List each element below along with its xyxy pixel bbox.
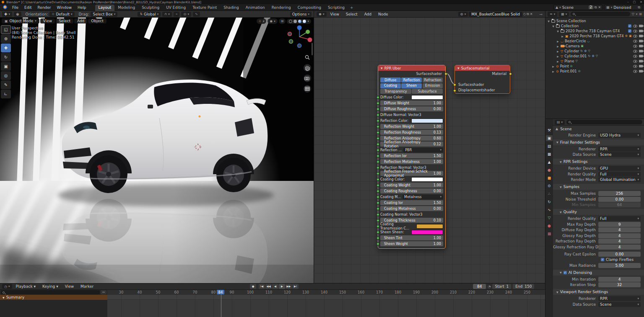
- properties-tab-tool[interactable]: ⚒: [546, 127, 553, 133]
- viewport-scrollbar[interactable]: [312, 43, 313, 55]
- outliner-item-camera[interactable]: ▶Camera▣: [545, 44, 644, 49]
- input-socket[interactable]: [377, 149, 379, 152]
- render-visibility-icon[interactable]: [639, 30, 643, 32]
- viewport-menu-object[interactable]: Object: [88, 18, 106, 23]
- transform-tool-button[interactable]: ◎: [1, 71, 11, 80]
- value-dropdown[interactable]: Global Illumination▾: [598, 177, 641, 182]
- transform-pivot-dropdown[interactable]: ⇅Global▾: [138, 12, 161, 17]
- timeline-menu-marker[interactable]: Marker: [78, 284, 96, 289]
- panel-quality[interactable]: ▼Quality: [553, 209, 644, 215]
- blender-menu-icon[interactable]: [3, 5, 8, 10]
- collapse-icon[interactable]: ▼: [457, 67, 460, 70]
- input-socket[interactable]: [377, 190, 379, 193]
- value-dropdown[interactable]: GPU▾: [598, 166, 641, 171]
- dropdown[interactable]: Metalness▾: [402, 195, 443, 199]
- collapse-icon[interactable]: ▼: [560, 271, 562, 274]
- value-slider[interactable]: 4: [598, 245, 641, 250]
- value-slider[interactable]: 0.00: [598, 252, 641, 257]
- viewport-menu-select[interactable]: Select: [56, 18, 73, 23]
- render-visibility-icon[interactable]: [639, 55, 643, 57]
- input-socket[interactable]: [453, 89, 456, 92]
- collapse-icon[interactable]: ▼: [556, 141, 558, 144]
- toggle-subsurface[interactable]: Subsurface: [412, 89, 443, 94]
- node-header[interactable]: ▼ RPR Uber: [378, 65, 445, 71]
- gizmo-neg-x-axis[interactable]: [288, 32, 292, 36]
- outliner[interactable]: ▼Scene Collection▼Collection✓▼2020 Porch…: [545, 18, 644, 119]
- shader-node-editor[interactable]: ▼ RPR Uber Surfaceshader DiffuseReflecti…: [314, 18, 545, 283]
- node-header[interactable]: ▼ Surfacematerial: [455, 65, 510, 71]
- collapse-icon[interactable]: ▼: [560, 160, 562, 163]
- collapse-icon[interactable]: ▶: [552, 70, 555, 73]
- display-mode-dropdown[interactable]: ▦▾: [559, 12, 569, 17]
- menu-node[interactable]: Node: [375, 12, 391, 16]
- outliner-item-2020-porche-718-cayman-gt4[interactable]: ▼2020 Porche 718 Cayman GT4✓: [545, 28, 644, 34]
- render-visibility-icon[interactable]: [639, 60, 643, 62]
- visibility-eye-icon[interactable]: [633, 40, 637, 43]
- expand-icon[interactable]: ↔: [101, 290, 106, 294]
- properties-search-input[interactable]: [566, 120, 642, 124]
- value-dropdown[interactable]: Full▾: [598, 216, 641, 221]
- input-socket[interactable]: [377, 242, 379, 245]
- value-slider[interactable]: 0.00: [598, 197, 641, 202]
- collapse-icon[interactable]: ▶: [556, 40, 559, 43]
- timeline-menu-view[interactable]: View: [62, 284, 77, 289]
- slider[interactable]: Coating Weight1.00: [380, 183, 443, 188]
- color-swatch[interactable]: [411, 177, 443, 182]
- tab-sculpting[interactable]: Sculpting: [138, 5, 163, 11]
- scale-tool-button[interactable]: ▣: [1, 62, 11, 71]
- next-keyframe-button[interactable]: ▶▶: [286, 284, 292, 289]
- collapse-icon[interactable]: ▶: [561, 35, 564, 38]
- value-slider[interactable]: 32: [598, 282, 641, 287]
- input-socket[interactable]: [377, 143, 379, 146]
- input-socket[interactable]: [377, 131, 379, 134]
- scene-selector[interactable]: ▲ ▾ Scene 2 ⧉ ✕: [553, 5, 603, 10]
- dopesheet-area[interactable]: [107, 295, 545, 317]
- filter-icon[interactable]: ▽: [632, 12, 634, 16]
- frame-ruler[interactable]: 0102030405060708090100110120130140150160…: [107, 290, 545, 295]
- properties-tab-render[interactable]: ▣: [546, 135, 553, 141]
- mode-dropdown[interactable]: ▣ Object Mode▾: [2, 18, 39, 23]
- collapse-icon[interactable]: ▼: [560, 186, 562, 188]
- play-button[interactable]: ▶: [279, 284, 285, 289]
- material-shading-button[interactable]: [298, 20, 301, 23]
- value-slider[interactable]: 4: [598, 277, 641, 282]
- scene-users-badge[interactable]: 2: [589, 5, 593, 9]
- render-visibility-icon[interactable]: [639, 65, 643, 67]
- render-visibility-icon[interactable]: [639, 35, 643, 37]
- summary-channel[interactable]: ▼ Summary: [0, 295, 107, 300]
- tab-scripting[interactable]: Scripting: [325, 5, 348, 11]
- current-frame-field[interactable]: 84: [473, 284, 486, 289]
- overlays-toggle-group[interactable]: ◉▾: [267, 18, 278, 24]
- tab-compositing[interactable]: Compositing: [294, 5, 325, 11]
- render-visibility-icon[interactable]: [639, 70, 643, 72]
- maximize-button[interactable]: ▢: [633, 0, 636, 4]
- input-socket[interactable]: [453, 83, 456, 86]
- color-swatch[interactable]: [416, 224, 443, 229]
- panel-rpr-settings[interactable]: ▼RPR Settings: [553, 159, 644, 165]
- rpr-uber-node[interactable]: ▼ RPR Uber Surfaceshader DiffuseReflecti…: [378, 65, 446, 249]
- dropdown[interactable]: PBR▾: [403, 148, 443, 152]
- visibility-eye-icon[interactable]: [633, 70, 637, 73]
- menu-add[interactable]: Add: [361, 12, 374, 16]
- value-dropdown[interactable]: RPR▾: [598, 147, 641, 152]
- slider[interactable]: Diffuse Roughness0.00: [380, 106, 443, 111]
- output-socket[interactable]: [444, 72, 447, 75]
- input-socket[interactable]: [377, 172, 379, 175]
- rotate-tool-button[interactable]: ↻: [1, 53, 11, 62]
- input-socket[interactable]: [377, 225, 379, 228]
- gizmo-toggle-group[interactable]: ⊹▾: [257, 18, 266, 24]
- new-material-icon[interactable]: ⧉: [527, 12, 529, 16]
- toggle-coating[interactable]: Coating: [380, 83, 401, 88]
- new-collection-icon[interactable]: ⊞: [639, 12, 642, 16]
- playhead-frame-badge[interactable]: 84: [217, 290, 225, 294]
- properties-tab-material[interactable]: ●: [546, 223, 553, 229]
- measure-tool-button[interactable]: ∟: [1, 90, 11, 98]
- value-dropdown[interactable]: Full▾: [598, 172, 641, 177]
- gizmo-y-axis[interactable]: [306, 30, 310, 34]
- visibility-eye-icon[interactable]: [633, 45, 637, 48]
- wireframe-shading-button[interactable]: [289, 20, 292, 23]
- xray-toggle[interactable]: ⊞: [279, 18, 286, 24]
- view-layer-selector[interactable]: ▦ ▾ Denoised ⧉: [604, 5, 642, 10]
- viewport-menu-add[interactable]: Add: [74, 18, 87, 23]
- slider[interactable]: Reflection Anisotropy Rotation0.12: [380, 142, 443, 147]
